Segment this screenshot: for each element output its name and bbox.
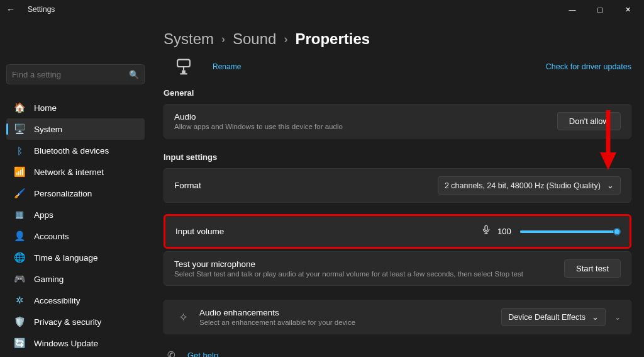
input-volume-highlight: Input volume 100 [164,214,631,249]
breadcrumb: System › Sound › Properties [164,19,631,48]
sidebar-item-label: Gaming [34,275,64,284]
breadcrumb-system[interactable]: System [164,30,214,48]
home-icon: 🏠 [13,102,26,113]
test-mic-desc: Select Start test and talk or play audio… [174,270,523,278]
format-value: 2 channels, 24 bit, 48000 Hz (Studio Qua… [445,181,601,190]
sidebar-item-home[interactable]: 🏠 Home [6,97,145,118]
dont-allow-button[interactable]: Don't allow [557,112,621,130]
enhancements-dropdown[interactable]: Device Default Effects ⌄ [501,308,606,326]
sidebar-item-label: Privacy & security [34,317,101,327]
close-button[interactable]: ✕ [614,0,641,19]
audio-desc: Allow apps and Windows to use this devic… [174,123,343,130]
enhancements-value: Device Default Effects [508,313,586,322]
sidebar-item-windows-update[interactable]: 🔄 Windows Update [6,332,145,354]
format-row: Format 2 channels, 24 bit, 48000 Hz (Stu… [164,168,631,203]
sidebar-item-label: Time & language [34,253,98,263]
sidebar-item-label: Accounts [34,232,69,241]
system-icon: 🖥️ [13,123,26,135]
audio-enhancements-row[interactable]: ✧ Audio enhancements Select an enhanceme… [164,300,631,334]
breadcrumb-sound[interactable]: Sound [233,30,276,48]
sidebar-item-label: Windows Update [34,339,98,348]
sidebar-item-privacy[interactable]: 🛡️ Privacy & security [6,311,145,332]
microphone-icon [481,225,491,238]
search-input[interactable] [12,70,129,79]
sidebar-item-label: Home [34,103,57,113]
svg-rect-0 [177,60,190,67]
sidebar-item-label: Apps [34,210,53,220]
breadcrumb-properties: Properties [295,30,370,48]
sidebar-item-network[interactable]: 📶 Network & internet [6,161,145,183]
brush-icon: 🖌️ [13,188,26,199]
sidebar-item-personalization[interactable]: 🖌️ Personalization [6,183,145,204]
accessibility-icon: ✲ [13,295,26,306]
globe-icon: 🌐 [13,252,26,263]
chevron-down-icon: ⌄ [614,313,621,322]
sidebar-item-accounts[interactable]: 👤 Accounts [6,225,145,247]
rename-link[interactable]: Rename [213,62,241,71]
format-label: Format [174,181,201,190]
sidebar-item-label: Bluetooth & devices [34,146,109,156]
input-volume-slider[interactable] [520,227,619,236]
sidebar-item-gaming[interactable]: 🎮 Gaming [6,268,145,290]
sidebar-item-accessibility[interactable]: ✲ Accessibility [6,290,145,311]
input-volume-value: 100 [497,227,514,236]
input-volume-label: Input volume [175,227,224,236]
search-icon: 🔍 [129,70,139,79]
sidebar-item-label: System [34,125,62,134]
enhancements-title: Audio enhancements [199,308,355,317]
sidebar-item-label: Network & internet [34,167,104,177]
input-volume-row: Input volume 100 [165,216,630,247]
app-title: Settings [28,5,55,14]
get-help-label: Get help [187,351,218,358]
chevron-right-icon: › [221,33,225,46]
test-mic-row: Test your microphone Select Start test a… [164,251,631,286]
gamepad-icon: 🎮 [13,273,26,285]
sidebar-item-apps[interactable]: ▦ Apps [6,204,145,225]
chevron-down-icon: ⌄ [592,312,599,322]
help-icon: ✆ [167,349,179,357]
audio-allow-card: Audio Allow apps and Windows to use this… [164,104,631,139]
microphone-device-icon [170,53,197,81]
shield-icon: 🛡️ [13,316,26,327]
sidebar-item-bluetooth[interactable]: ᛒ Bluetooth & devices [6,140,145,161]
chevron-right-icon: › [284,33,287,46]
audio-title: Audio [174,112,343,122]
search-box[interactable]: 🔍 [6,64,145,84]
svg-rect-1 [485,225,487,230]
sidebar-item-system[interactable]: 🖥️ System [6,118,145,140]
back-button[interactable]: ← [3,1,19,18]
sparkle-icon: ✧ [174,310,192,324]
apps-icon: ▦ [13,209,26,220]
minimize-button[interactable]: — [558,0,586,19]
maximize-button[interactable]: ▢ [586,0,614,19]
get-help-link[interactable]: ✆ Get help [164,347,631,357]
sidebar-item-label: Accessibility [34,296,80,305]
sidebar-item-time-language[interactable]: 🌐 Time & language [6,247,145,268]
test-mic-title: Test your microphone [174,259,523,269]
account-area [6,19,145,64]
driver-update-link[interactable]: Check for driver updates [546,62,631,71]
wifi-icon: 📶 [13,166,26,178]
section-input: Input settings [164,152,631,162]
start-test-button[interactable]: Start test [564,259,621,278]
person-icon: 👤 [13,230,26,242]
format-dropdown[interactable]: 2 channels, 24 bit, 48000 Hz (Studio Qua… [438,176,621,195]
enhancements-desc: Select an enhancement available for your… [199,319,355,326]
chevron-down-icon: ⌄ [607,181,614,190]
update-icon: 🔄 [13,337,26,349]
section-general: General [164,88,631,98]
sidebar-item-label: Personalization [34,189,92,198]
bluetooth-icon: ᛒ [13,145,26,156]
